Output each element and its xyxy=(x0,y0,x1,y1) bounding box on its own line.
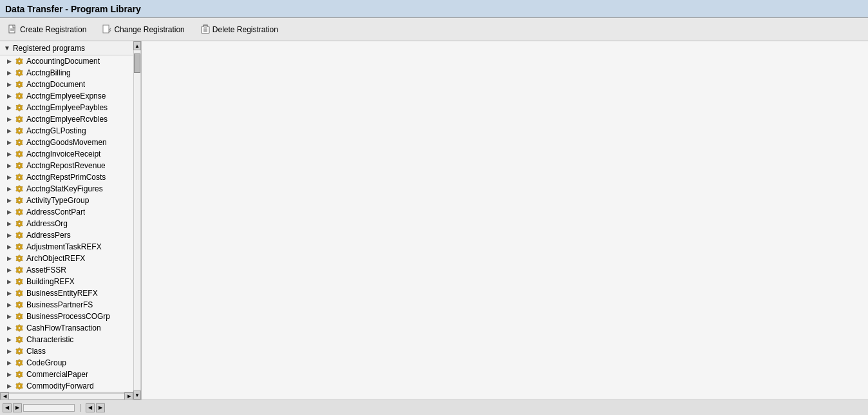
tree-item[interactable]: ▶ ArchObjectREFX xyxy=(0,253,133,264)
tree-expand-icon[interactable]: ▶ xyxy=(5,127,13,135)
svg-point-61 xyxy=(18,338,21,341)
tree-item[interactable]: ▶ AcctngStatKeyFigures xyxy=(0,183,133,195)
tree-expand-icon[interactable]: ▶ xyxy=(5,115,13,123)
gear-icon xyxy=(14,195,24,206)
change-registration-button[interactable]: Change Registration xyxy=(99,23,187,36)
tree-item-label: ArchObjectREFX xyxy=(26,254,85,263)
svg-point-55 xyxy=(18,304,21,306)
tree-item-label: AcctngInvoiceReceipt xyxy=(26,150,100,159)
svg-point-35 xyxy=(18,188,21,190)
tree-expand-icon[interactable]: ▶ xyxy=(5,185,13,193)
tree-item-label: BusinessProcessCOGrp xyxy=(26,312,110,321)
tree-item[interactable]: ▶ CommercialPaper xyxy=(0,369,133,380)
tree-expand-icon[interactable]: ▶ xyxy=(5,69,13,77)
tree-item[interactable]: ▶ Class xyxy=(0,345,133,357)
svg-point-39 xyxy=(18,211,21,213)
delete-registration-button[interactable]: Delete Registration xyxy=(198,23,281,36)
tree-item[interactable]: ▶ AccountingDocument xyxy=(0,55,133,67)
tree-expand-icon[interactable]: ▶ xyxy=(5,266,13,274)
tree-item[interactable]: ▶ CommodityForward xyxy=(0,380,133,392)
tree-expand-icon[interactable]: ▶ xyxy=(5,220,13,227)
tree-expand-icon[interactable]: ▶ xyxy=(5,255,13,262)
hscroll-left-btn[interactable]: ◀ xyxy=(0,392,9,400)
document-delete-icon xyxy=(200,24,211,35)
tree-expand-icon[interactable]: ▶ xyxy=(5,243,13,251)
tree-item[interactable]: ▶ BusinessProcessCOGrp xyxy=(0,311,133,322)
tree-expand-icon[interactable]: ▶ xyxy=(5,347,13,355)
tree-item[interactable]: ▶ AddressOrg xyxy=(0,218,133,229)
vscroll-up-btn[interactable]: ▲ xyxy=(133,41,141,50)
status-scroll-left-btn[interactable]: ◀ xyxy=(3,403,12,412)
svg-point-31 xyxy=(18,164,21,167)
tree-expand-icon[interactable]: ▶ xyxy=(5,173,13,181)
tree-expand-icon[interactable]: ▶ xyxy=(5,324,13,332)
tree-item-label: Characteristic xyxy=(26,335,73,344)
status-scroll-track[interactable] xyxy=(23,404,75,412)
svg-point-29 xyxy=(18,153,21,155)
svg-point-19 xyxy=(18,95,21,97)
tree-item[interactable]: ▶ BuildingREFX xyxy=(0,276,133,287)
tree-item[interactable]: ▶ AcctngRepstPrimCosts xyxy=(0,171,133,183)
svg-point-51 xyxy=(18,280,21,283)
tree-item[interactable]: ▶ AdjustmentTaskREFX xyxy=(0,241,133,253)
tree-expand-icon[interactable]: ▶ xyxy=(5,81,13,88)
tree-item[interactable]: ▶ AcctngGoodsMovemen xyxy=(0,137,133,148)
tree-scroll-area[interactable]: ▶ AccountingDocument▶ AcctngBilling▶ Acc… xyxy=(0,55,133,392)
tree-item[interactable]: ▶ AcctngEmplyeeExpnse xyxy=(0,90,133,102)
tree-item[interactable]: ▶ AcctngGLPosting xyxy=(0,125,133,137)
tree-expand-icon[interactable]: ▶ xyxy=(5,231,13,239)
tree-expand-icon[interactable]: ▶ xyxy=(5,313,13,320)
hscroll-right-btn[interactable]: ▶ xyxy=(124,392,133,400)
tree-expand-icon[interactable]: ▶ xyxy=(5,57,13,65)
svg-point-59 xyxy=(18,327,21,329)
tree-item[interactable]: ▶ BusinessEntityREFX xyxy=(0,287,133,299)
tree-item[interactable]: ▶ Characteristic xyxy=(0,334,133,345)
tree-item[interactable]: ▶ AssetFSSR xyxy=(0,264,133,276)
tree-expand-icon[interactable]: ▶ xyxy=(5,289,13,297)
tree-expand-icon[interactable]: ▶ xyxy=(5,382,13,390)
svg-point-21 xyxy=(18,106,21,109)
tree-item[interactable]: ▶ AcctngEmplyeePaybles xyxy=(0,102,133,113)
gear-icon xyxy=(14,265,24,275)
tree-item[interactable]: ▶ AcctngDocument xyxy=(0,79,133,90)
gear-icon xyxy=(14,358,24,368)
tree-item[interactable]: ▶ AcctngBilling xyxy=(0,67,133,79)
tree-item[interactable]: ▶ ActivityTypeGroup xyxy=(0,195,133,206)
tree-expand-icon[interactable]: ▶ xyxy=(5,371,13,378)
tree-expand-icon[interactable]: ▶ xyxy=(5,92,13,100)
gear-icon xyxy=(14,300,24,310)
tree-item[interactable]: ▶ BusinessPartnerFS xyxy=(0,299,133,311)
gear-icon xyxy=(14,184,24,194)
tree-expand-icon[interactable]: ▶ xyxy=(5,104,13,111)
tree-item[interactable]: ▶ AcctngEmplyeeRcvbles xyxy=(0,113,133,125)
tree-item-label: BusinessEntityREFX xyxy=(26,289,98,298)
tree-expand-icon[interactable]: ▶ xyxy=(5,359,13,367)
vscroll-track[interactable] xyxy=(133,50,141,391)
hscroll-track[interactable] xyxy=(9,393,124,400)
tree-expand-icon[interactable]: ▶ xyxy=(5,336,13,343)
tree-expand-icon[interactable]: ▶ xyxy=(5,301,13,309)
tree-expand-icon[interactable]: ▶ xyxy=(5,197,13,204)
tree-expand-icon[interactable]: ▶ xyxy=(5,139,13,146)
status-scroll-right2-btn[interactable]: ▶ xyxy=(96,403,105,412)
tree-item[interactable]: ▶ AcctngRepostRevenue xyxy=(0,160,133,171)
main-content: ▼ Registered programs ▶ AccountingDocume… xyxy=(0,41,868,400)
status-scroll-left2-btn[interactable]: ◀ xyxy=(86,403,95,412)
tree-collapse-icon[interactable]: ▼ xyxy=(4,44,10,52)
status-scroll-right-btn[interactable]: ▶ xyxy=(13,403,22,412)
tree-expand-icon[interactable]: ▶ xyxy=(5,278,13,285)
tree-item[interactable]: ▶ AddressPers xyxy=(0,229,133,241)
tree-expand-icon[interactable]: ▶ xyxy=(5,208,13,216)
gear-icon xyxy=(14,218,24,229)
tree-item[interactable]: ▶ AddressContPart xyxy=(0,206,133,218)
tree-item[interactable]: ▶ AcctngInvoiceReceipt xyxy=(0,148,133,160)
create-registration-button[interactable]: Create Registration xyxy=(5,23,89,36)
vscroll-thumb[interactable] xyxy=(134,53,140,73)
tree-item[interactable]: ▶ CodeGroup xyxy=(0,357,133,369)
tree-expand-icon[interactable]: ▶ xyxy=(5,150,13,158)
tree-expand-icon[interactable]: ▶ xyxy=(5,162,13,169)
vscroll-down-btn[interactable]: ▼ xyxy=(133,391,141,400)
gear-icon xyxy=(14,323,24,333)
tree-item[interactable]: ▶ CashFlowTransaction xyxy=(0,322,133,334)
status-bar: ◀ ▶ ◀ ▶ xyxy=(0,400,868,415)
